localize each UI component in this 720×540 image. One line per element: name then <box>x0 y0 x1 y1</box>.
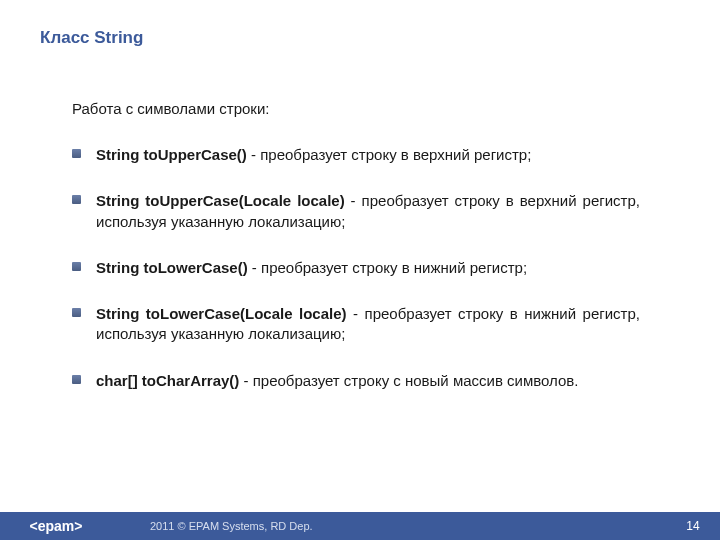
method-description: - преобразует строку с новый массив симв… <box>239 372 578 389</box>
list-item: String toUpperCase() - преобразует строк… <box>72 145 640 165</box>
footer-copyright: 2011 © EPAM Systems, RD Dep. <box>112 512 666 540</box>
page-number: 14 <box>666 512 720 540</box>
list-item: String toLowerCase(Locale locale) - прео… <box>72 304 640 345</box>
method-signature: String toLowerCase(Locale locale) <box>96 305 347 322</box>
footer-bar: <epam> 2011 © EPAM Systems, RD Dep. 14 <box>0 512 720 540</box>
footer-logo: <epam> <box>0 512 112 540</box>
list-item: String toUpperCase(Locale locale) - прео… <box>72 191 640 232</box>
method-signature: String toUpperCase() <box>96 146 247 163</box>
intro-text: Работа с символами строки: <box>72 100 640 117</box>
method-description: - преобразует строку в нижний регистр; <box>248 259 527 276</box>
method-signature: String toUpperCase(Locale locale) <box>96 192 345 209</box>
list-item: String toLowerCase() - преобразует строк… <box>72 258 640 278</box>
method-signature: char[] toCharArray() <box>96 372 239 389</box>
bullet-list: String toUpperCase() - преобразует строк… <box>72 145 640 391</box>
slide-title: Класс String <box>40 28 143 48</box>
method-description: - преобразует строку в верхний регистр; <box>247 146 532 163</box>
list-item: char[] toCharArray() - преобразует строк… <box>72 371 640 391</box>
content-area: Работа с символами строки: String toUppe… <box>72 100 640 417</box>
method-signature: String toLowerCase() <box>96 259 248 276</box>
